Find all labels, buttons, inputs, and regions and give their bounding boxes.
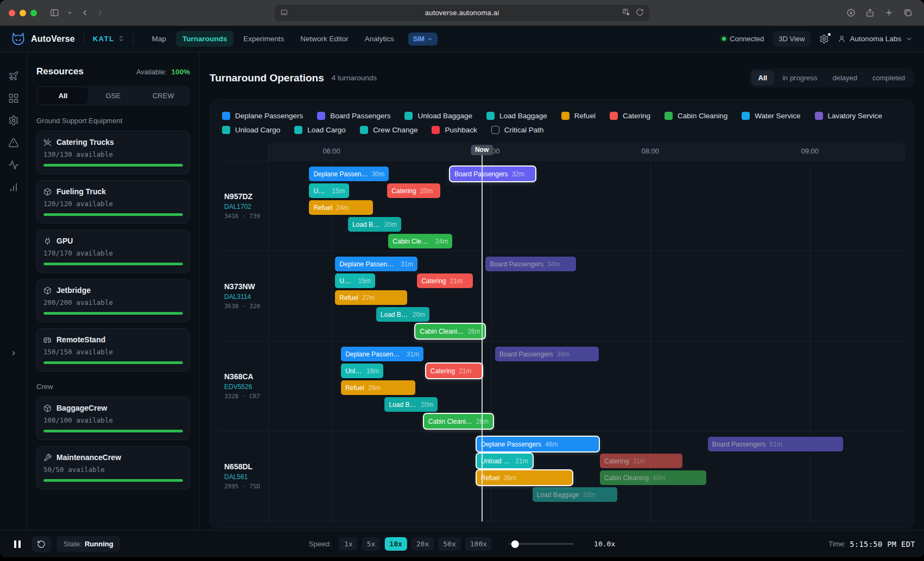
rail-activity-icon[interactable]	[8, 160, 19, 170]
legend-row: Deplane PassengersBoard PassengersUnload…	[219, 109, 905, 123]
task-bar-load-baggage[interactable]: Load Baggage32m	[533, 487, 618, 502]
task-bar-catering[interactable]: Catering20m	[387, 183, 440, 198]
resource-tabs: AllGSECREW	[36, 86, 190, 106]
connection-label: Connected	[730, 35, 764, 43]
aircraft-label: N368CAEDV55263328 · CR7	[219, 341, 269, 431]
task-bar-catering[interactable]: Catering21m	[426, 364, 482, 378]
legend-label: Cabin Cleaning	[678, 112, 727, 120]
rail-alerts-triangle-icon[interactable]	[8, 137, 19, 148]
tab-overview-icon[interactable]	[900, 5, 915, 21]
task-duration: 24m	[435, 238, 448, 245]
station-selector[interactable]: KATL	[93, 34, 124, 44]
page-settings-icon[interactable]	[280, 9, 318, 17]
task-label: Load Baggage	[537, 491, 579, 499]
resource-tab-all[interactable]: All	[38, 87, 88, 104]
back-icon[interactable]	[77, 5, 92, 21]
filter-completed[interactable]: completed	[865, 71, 912, 85]
legend-label: Unload Baggage	[417, 112, 472, 120]
close-window-button[interactable]	[9, 10, 15, 16]
filter-in-progress[interactable]: in progress	[775, 71, 824, 85]
minimize-window-button[interactable]	[20, 10, 26, 16]
task-bar-board[interactable]: Board Passengers51m	[708, 437, 844, 451]
speed-button-100x[interactable]: 100x	[465, 537, 492, 551]
rail-map-plane-icon[interactable]	[8, 71, 19, 81]
task-bar-load-baggage[interactable]: Load Baggage20m	[384, 397, 438, 412]
task-bar-board[interactable]: Board Passengers32m	[450, 167, 535, 181]
rail-dashboard-grid-icon[interactable]	[8, 93, 19, 104]
task-bar-unload-baggage[interactable]: Unload Baggage21m	[477, 454, 533, 468]
nav-tab-network-editor[interactable]: Network Editor	[294, 31, 355, 47]
legend-item-water-service: Water Service	[742, 112, 800, 120]
nav-tab-turnarounds[interactable]: Turnarounds	[176, 31, 233, 47]
task-bar-load-baggage[interactable]: Load Baggage20m	[376, 307, 429, 322]
sim-mode-selector[interactable]: SIM	[408, 33, 438, 46]
rail-analytics-barchart-icon[interactable]	[8, 182, 19, 193]
speed-button-20x[interactable]: 20x	[412, 537, 434, 551]
reload-icon[interactable]	[636, 8, 644, 18]
task-bar-cabin-cleaning[interactable]: Cabin Cleaning26m	[424, 414, 493, 429]
address-bar[interactable]: autoverse.autonoma.ai	[275, 5, 649, 21]
task-bar-board[interactable]: Board Passengers39m	[495, 347, 599, 361]
new-tab-icon[interactable]	[881, 5, 896, 21]
share-icon[interactable]	[862, 5, 877, 21]
task-bar-deplane[interactable]: Deplane Passengers31m	[335, 257, 417, 271]
section-label-ground-support-equipment: Ground Support Equipment	[36, 117, 190, 125]
speed-button-1x[interactable]: 1x	[339, 537, 358, 551]
downloads-icon[interactable]	[843, 5, 858, 21]
task-bar-catering[interactable]: Catering31m	[600, 454, 682, 468]
task-bar-cabin-cleaning[interactable]: Cabin Cleaning24m	[388, 234, 452, 248]
pause-button[interactable]	[9, 536, 26, 552]
nav-tab-map[interactable]: Map	[145, 31, 173, 47]
availability-progress-bar	[43, 361, 183, 364]
task-bar-refuel[interactable]: Refuel27m	[335, 290, 407, 305]
task-bar-deplane[interactable]: Deplane Passengers31m	[341, 347, 423, 361]
task-bar-load-baggage[interactable]: Load Baggage20m	[348, 217, 401, 232]
expand-panel-chevron-icon[interactable]	[10, 349, 17, 359]
task-bar-board[interactable]: Board Passengers34m	[485, 257, 575, 271]
gantt-panel: Deplane PassengersBoard PassengersUnload…	[210, 99, 914, 528]
availability-progress-fill	[43, 361, 183, 364]
divider	[133, 33, 134, 45]
task-bar-unload-baggage[interactable]: Unload Baggage16m	[341, 364, 383, 378]
chevron-down-icon[interactable]	[62, 5, 77, 21]
resource-tab-crew[interactable]: CREW	[138, 87, 188, 104]
filter-all[interactable]: All	[751, 71, 775, 85]
task-bar-cabin-cleaning[interactable]: Cabin Cleaning26m	[415, 324, 484, 339]
task-bar-catering[interactable]: Catering21m	[417, 273, 473, 288]
zoom-window-button[interactable]	[30, 10, 37, 16]
task-bar-unload-baggage[interactable]: Unload Baggage15m	[335, 273, 375, 288]
nav-tab-analytics[interactable]: Analytics	[358, 31, 401, 47]
task-label: Load Baggage	[381, 311, 409, 318]
task-bar-refuel[interactable]: Refuel28m	[341, 380, 415, 395]
translate-icon[interactable]	[622, 8, 630, 18]
sidebar-toggle-icon[interactable]	[47, 5, 62, 21]
speed-slider[interactable]	[509, 543, 574, 545]
nav-tab-experiments[interactable]: Experiments	[237, 31, 290, 47]
rail-settings-gear-icon[interactable]	[8, 115, 19, 126]
speed-button-50x[interactable]: 50x	[438, 537, 460, 551]
speed-slider-thumb[interactable]	[511, 540, 519, 548]
task-bar-refuel[interactable]: Refuel36m	[477, 470, 572, 485]
task-bar-unload-baggage[interactable]: Unload Baggage15m	[309, 183, 349, 198]
3d-view-button[interactable]: 3D View	[773, 31, 811, 47]
task-bar-cabin-cleaning[interactable]: Cabin Cleaning40m	[600, 470, 706, 485]
speed-button-10x[interactable]: 10x	[384, 537, 407, 551]
task-bar-deplane[interactable]: Deplane Passengers30m	[309, 167, 389, 181]
url-text: autoverse.autonoma.ai	[318, 9, 606, 17]
speed-button-5x[interactable]: 5x	[362, 537, 381, 551]
reset-button[interactable]	[31, 536, 51, 552]
task-bar-deplane[interactable]: Deplane Passengers46m	[477, 437, 599, 451]
filter-delayed[interactable]: delayed	[825, 71, 864, 85]
task-label: Load Baggage	[389, 401, 417, 409]
legend-item-load-cargo: Load Cargo	[294, 126, 346, 134]
legend-item-load-baggage: Load Baggage	[486, 112, 547, 120]
available-label: Available:	[136, 68, 167, 76]
legend-item-crew-change: Crew Change	[360, 126, 418, 134]
task-bar-refuel[interactable]: Refuel24m	[309, 200, 373, 215]
account-menu[interactable]: Autonoma Labs	[838, 35, 913, 43]
resource-name: MaintenanceCrew	[43, 453, 183, 462]
settings-gear-icon[interactable]	[819, 34, 829, 44]
flight-number: EDV5526	[224, 383, 268, 391]
forward-icon[interactable]	[92, 5, 107, 21]
resource-tab-gse[interactable]: GSE	[88, 87, 138, 104]
